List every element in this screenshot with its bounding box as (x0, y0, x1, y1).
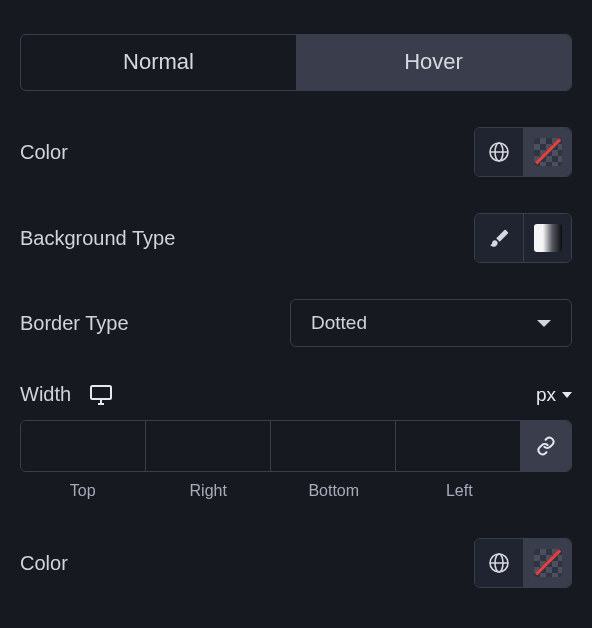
label-left: Left (397, 482, 523, 500)
globe-icon (488, 552, 510, 574)
unit-value: px (536, 384, 556, 406)
border-type-select[interactable]: Dotted (290, 299, 572, 347)
unit-select[interactable]: px (536, 384, 572, 406)
no-color-swatch-icon (534, 549, 562, 577)
width-left-input[interactable] (396, 421, 520, 471)
label-right: Right (146, 482, 272, 500)
border-color-controls (474, 538, 572, 588)
gradient-icon (534, 224, 562, 252)
row-background-type: Background Type (20, 213, 572, 263)
global-color-button[interactable] (475, 128, 523, 176)
label-color: Color (20, 141, 68, 164)
link-icon (536, 436, 556, 456)
chevron-down-icon (562, 392, 572, 398)
desktop-icon (89, 384, 113, 406)
row-width-header: Width px (20, 383, 572, 406)
color-picker-button[interactable] (523, 128, 571, 176)
border-type-value: Dotted (311, 312, 367, 334)
responsive-toggle[interactable] (89, 384, 113, 406)
link-values-button[interactable] (521, 421, 571, 471)
bg-gradient-button[interactable] (523, 214, 571, 262)
color-controls (474, 127, 572, 177)
tab-normal[interactable]: Normal (21, 35, 296, 90)
global-border-color-button[interactable] (475, 539, 523, 587)
row-border-type: Border Type Dotted (20, 299, 572, 347)
row-text-color: Color (20, 127, 572, 177)
border-color-picker-button[interactable] (523, 539, 571, 587)
no-color-swatch-icon (534, 138, 562, 166)
tab-hover[interactable]: Hover (296, 35, 571, 90)
width-top-input[interactable] (21, 421, 145, 471)
bg-classic-button[interactable] (475, 214, 523, 262)
brush-icon (488, 227, 510, 249)
row-border-color: Color (20, 538, 572, 588)
width-bottom-input[interactable] (271, 421, 395, 471)
label-width: Width (20, 383, 71, 406)
state-tabs: Normal Hover (20, 34, 572, 91)
bg-type-controls (474, 213, 572, 263)
svg-rect-3 (91, 386, 111, 399)
label-bottom: Bottom (271, 482, 397, 500)
width-dimension-labels: Top Right Bottom Left (20, 482, 572, 500)
chevron-down-icon (537, 320, 551, 327)
label-border-color: Color (20, 552, 68, 575)
width-right-input[interactable] (146, 421, 270, 471)
width-dimensions (20, 420, 572, 472)
label-background-type: Background Type (20, 227, 175, 250)
label-top: Top (20, 482, 146, 500)
globe-icon (488, 141, 510, 163)
label-border-type: Border Type (20, 312, 129, 335)
